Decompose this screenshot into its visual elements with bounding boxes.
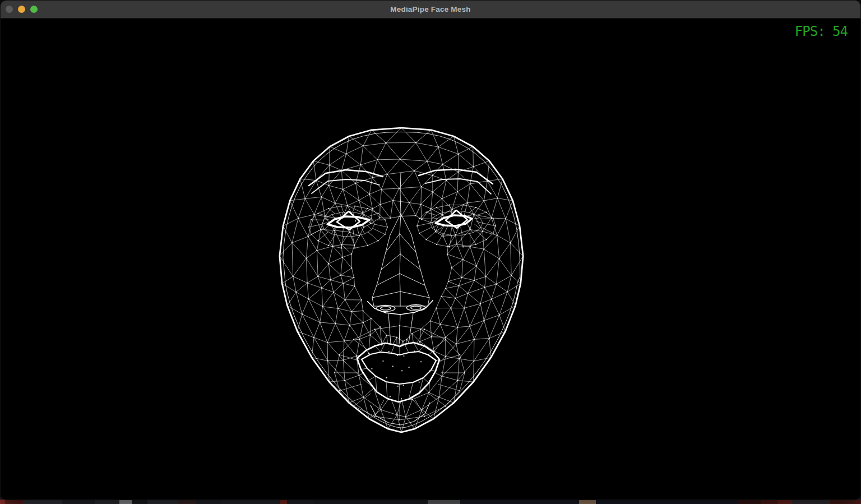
background-window-fragment [5,500,23,504]
background-window-fragment [221,500,280,504]
background-window-fragment [777,500,792,504]
background-window-fragment [428,500,460,504]
zoom-button[interactable] [30,6,38,13]
app-window: MediaPipe Face Mesh FPS: 54 [0,0,861,500]
background-window-fragment [280,500,287,504]
background-window-fragment [62,500,95,504]
background-window-fragment [23,500,62,504]
background-window-fragment [147,500,178,504]
background-window-fragment [737,500,761,504]
background-window-fragment [119,500,132,504]
background-window-fragment [596,500,737,504]
background-window-fragment [579,500,596,504]
minimize-button[interactable] [18,6,25,13]
background-window-fragment [792,500,830,504]
background-window-fragment [761,500,777,504]
nostril-contours [376,305,425,312]
traffic-lights [6,6,38,13]
title-bar[interactable]: MediaPipe Face Mesh [1,1,860,19]
background-window-fragment [830,500,861,504]
fps-counter: FPS: 54 [795,24,848,39]
desktop-background: ffd8c9bd70b950000c076c MediaPipe Face Me… [0,0,861,504]
close-button[interactable] [6,6,13,13]
background-window-fragment [313,500,428,504]
face-mesh-canvas [1,1,861,500]
window-title: MediaPipe Face Mesh [390,5,470,13]
background-window-fragment [178,500,196,504]
background-window-fragment [196,500,221,504]
background-window-fragment [287,500,313,504]
background-window-fragment [95,500,119,504]
background-window-fragment [132,500,147,504]
background-window-fragment [0,500,5,504]
background-window-fragment [460,500,579,504]
